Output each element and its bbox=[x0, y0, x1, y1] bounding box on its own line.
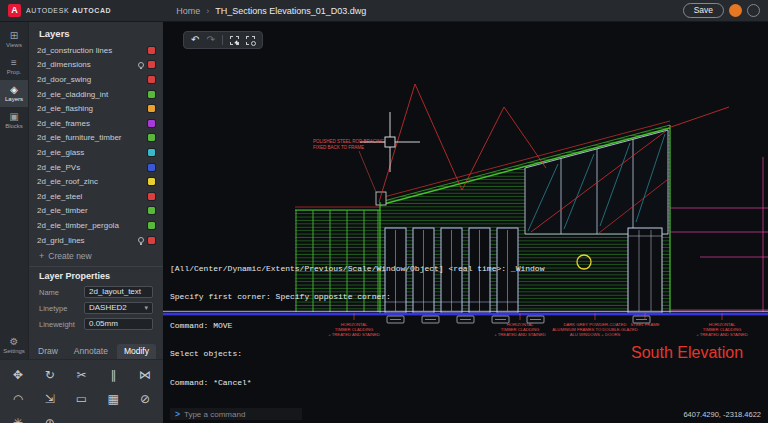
select-window-icon[interactable] bbox=[230, 36, 239, 45]
layer-color-swatch[interactable] bbox=[148, 91, 155, 98]
layer-color-swatch[interactable] bbox=[148, 105, 155, 112]
layer-row[interactable]: 2d_door_swing bbox=[29, 72, 163, 87]
redo-icon[interactable]: ↷ bbox=[206, 35, 214, 45]
layer-name: 2d_ele_furniture_timber bbox=[37, 133, 144, 142]
layer-visibility-bulb-icon[interactable] bbox=[138, 237, 144, 243]
crosshair-cursor bbox=[360, 112, 420, 172]
tool-move-icon[interactable]: ✥ bbox=[2, 363, 34, 387]
layer-color-swatch[interactable] bbox=[148, 134, 155, 141]
tool-stretch-icon[interactable]: ▭ bbox=[66, 387, 98, 411]
autocad-web-app: A AUTODESKAUTOCAD Home › TH_Sections Ele… bbox=[0, 0, 768, 423]
layer-name: 2d_ele_flashing bbox=[37, 104, 144, 113]
tall-window bbox=[628, 228, 662, 313]
tab-draw[interactable]: Draw bbox=[31, 344, 65, 359]
drawing-canvas[interactable]: POLISHED STEEL ROD BRACING FIXED BACK TO… bbox=[163, 22, 768, 423]
layer-color-swatch[interactable] bbox=[148, 178, 155, 185]
annotation-bracing-note: POLISHED STEEL ROD BRACING FIXED BACK TO… bbox=[313, 139, 385, 192]
tool-scale-icon[interactable]: ⇲ bbox=[34, 387, 66, 411]
tool-mirror-icon[interactable]: ⋈ bbox=[129, 363, 161, 387]
sidebar-item-blocks[interactable]: ▣ Blocks bbox=[0, 107, 28, 134]
help-menu-icon[interactable] bbox=[747, 4, 760, 17]
layer-color-swatch[interactable] bbox=[148, 149, 155, 156]
topbar: A AUTODESKAUTOCAD Home › TH_Sections Ele… bbox=[0, 0, 768, 22]
dimension-lines bbox=[670, 157, 768, 312]
layer-name: 2d_door_swing bbox=[37, 75, 144, 84]
command-history: [All/Center/Dynamic/Extents/Previous/Sca… bbox=[170, 245, 544, 407]
layer-row[interactable]: 2d_ele_timber_pergola bbox=[29, 218, 163, 233]
layer-color-swatch[interactable] bbox=[148, 76, 155, 83]
layer-row[interactable]: 2d_ele_glass bbox=[29, 145, 163, 160]
zoom-window-icon[interactable] bbox=[246, 36, 255, 45]
layer-name: 2d_ele_timber_pergola bbox=[37, 221, 144, 230]
layers-icon: ◈ bbox=[10, 84, 18, 95]
layer-color-swatch[interactable] bbox=[148, 222, 155, 229]
coordinates-readout: 6407.4290, -2318.4622 bbox=[683, 410, 761, 419]
breadcrumb-home-link[interactable]: Home bbox=[176, 6, 200, 16]
linetype-select[interactable]: DASHED2▾ bbox=[84, 302, 153, 314]
command-input[interactable]: > Type a command bbox=[170, 408, 302, 420]
svg-text:POLISHED STEEL ROD BRACING: POLISHED STEEL ROD BRACING bbox=[313, 139, 385, 144]
autocad-logo-icon[interactable]: A bbox=[8, 4, 21, 17]
breadcrumb-separator: › bbox=[206, 6, 209, 16]
lineweight-label: Lineweight bbox=[39, 320, 79, 329]
command-line: [All/Center/Dynamic/Extents/Previous/Sca… bbox=[170, 264, 544, 274]
layer-color-swatch[interactable] bbox=[148, 47, 155, 54]
lineweight-input[interactable]: 0.05mm bbox=[84, 318, 153, 330]
tab-modify[interactable]: Modify bbox=[117, 344, 156, 359]
layer-properties-section: Layer Properties Name 2d_layout_text Lin… bbox=[29, 267, 163, 334]
layer-name: 2d_ele_PVs bbox=[37, 163, 144, 172]
layer-row[interactable]: 2d_ele_furniture_timber bbox=[29, 131, 163, 146]
tool-fillet-icon[interactable]: ◠ bbox=[2, 387, 34, 411]
layer-color-swatch[interactable] bbox=[148, 164, 155, 171]
user-avatar[interactable] bbox=[729, 4, 742, 17]
tool-offset-icon[interactable]: ∥ bbox=[97, 363, 129, 387]
tab-annotate[interactable]: Annotate bbox=[67, 344, 115, 359]
panel-title: Layers bbox=[29, 22, 163, 43]
drawing-title: South Elevation bbox=[631, 344, 743, 361]
layer-row[interactable]: 2d_grid_lines bbox=[29, 233, 163, 248]
layer-color-swatch[interactable] bbox=[148, 61, 155, 68]
tool-erase-icon[interactable]: ⊘ bbox=[129, 387, 161, 411]
command-prompt-icon: > bbox=[175, 410, 180, 419]
undo-icon[interactable]: ↶ bbox=[191, 35, 199, 45]
save-button[interactable]: Save bbox=[683, 3, 724, 18]
sidebar-item-settings[interactable]: ⚙ Settings bbox=[0, 332, 28, 359]
sidebar-item-layers[interactable]: ◈ Layers bbox=[0, 80, 28, 107]
layer-color-swatch[interactable] bbox=[148, 237, 155, 244]
layer-name: 2d_grid_lines bbox=[37, 236, 134, 245]
command-line: Command: *Cancel* bbox=[170, 378, 544, 388]
layer-row[interactable]: 2d_ele_cladding_int bbox=[29, 87, 163, 102]
tool-array-icon[interactable]: ▦ bbox=[97, 387, 129, 411]
name-label: Name bbox=[39, 288, 79, 297]
command-line: Command: MOVE bbox=[170, 321, 544, 331]
breadcrumb-filename: TH_Sections Elevations_01_D03.dwg bbox=[215, 6, 366, 16]
svg-text:FIXED BACK TO FRAME: FIXED BACK TO FRAME bbox=[313, 145, 364, 150]
layer-row[interactable]: 2d_ele_PVs bbox=[29, 160, 163, 175]
layer-color-swatch[interactable] bbox=[148, 207, 155, 214]
tool-join-icon[interactable]: ⊕ bbox=[34, 411, 66, 423]
sidebar-item-views[interactable]: ⊞ Views bbox=[0, 26, 28, 53]
layer-row[interactable]: 2d_ele_frames bbox=[29, 116, 163, 131]
layer-row[interactable]: 2d_ele_flashing bbox=[29, 101, 163, 116]
layer-name: 2d_ele_steel bbox=[37, 192, 144, 201]
sidebar-item-properties[interactable]: ≡ Prop. bbox=[0, 53, 28, 80]
layer-color-swatch[interactable] bbox=[148, 120, 155, 127]
layer-name: 2d_ele_timber bbox=[37, 206, 144, 215]
panel-tabs: Draw Annotate Modify bbox=[29, 342, 163, 359]
layer-visibility-bulb-icon[interactable] bbox=[138, 62, 144, 68]
create-new-layer-button[interactable]: + Create new bbox=[29, 247, 163, 267]
layer-color-swatch[interactable] bbox=[148, 193, 155, 200]
layer-name: 2d_construction lines bbox=[37, 46, 144, 55]
tool-rotate-icon[interactable]: ↻ bbox=[34, 363, 66, 387]
layer-name-input[interactable]: 2d_layout_text bbox=[84, 286, 153, 298]
layer-row[interactable]: 2d_ele_steel bbox=[29, 189, 163, 204]
layer-row[interactable]: 2d_construction lines bbox=[29, 43, 163, 58]
layer-row[interactable]: 2d_ele_roof_zinc bbox=[29, 174, 163, 189]
layer-row[interactable]: 2d_dimensions bbox=[29, 58, 163, 73]
tool-explode-icon[interactable]: ✳ bbox=[2, 411, 34, 423]
toolbar-divider bbox=[222, 35, 223, 45]
layer-name: 2d_ele_glass bbox=[37, 148, 144, 157]
layer-row[interactable]: 2d_ele_timber bbox=[29, 204, 163, 219]
left-column: ⊞ Views ≡ Prop. ◈ Layers ▣ Blocks ⚙ bbox=[0, 22, 163, 423]
tool-trim-icon[interactable]: ✂ bbox=[66, 363, 98, 387]
